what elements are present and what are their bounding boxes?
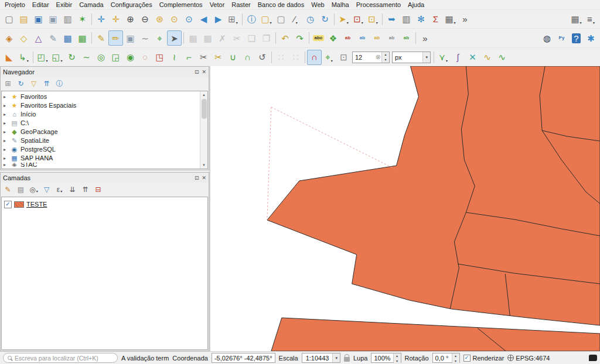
browser-properties-button[interactable]: ⓘ	[53, 78, 66, 90]
new-virtual-box-button[interactable]: ◇	[16, 30, 31, 46]
spinner-arrows[interactable]: ▴▾	[393, 353, 401, 362]
snapping-tolerance-clear-icon[interactable]: ⊗	[376, 53, 381, 61]
self-snapping-button[interactable]: ⊡	[336, 50, 351, 65]
browser-item-c[interactable]: ▸▤C:\	[2, 119, 200, 128]
collapse-all-button[interactable]: ⇈	[79, 184, 91, 195]
python-console-button[interactable]: Py	[554, 30, 569, 46]
pin-labels-button[interactable]: ab	[340, 30, 355, 46]
construction-tools-button[interactable]: ↳▾	[16, 50, 31, 65]
open-project-button[interactable]: ▤	[16, 12, 31, 27]
processing-toolbox-button[interactable]: ✱	[584, 30, 598, 46]
pan-to-selection-button[interactable]: ✛	[108, 12, 123, 27]
menu-processamento[interactable]: Processamento	[353, 1, 404, 9]
deselect-features-button[interactable]: ▢	[274, 12, 288, 27]
style-manager-button[interactable]: ✶	[75, 12, 90, 27]
spinner-arrows[interactable]: ▴▾	[452, 353, 459, 362]
browser-item-stac[interactable]: ▸◈STAC	[2, 163, 200, 167]
new-print-layout-button[interactable]: ▥	[60, 12, 75, 27]
messages-icon[interactable]	[589, 355, 597, 361]
split-parts-button[interactable]: ✂	[196, 50, 211, 65]
osm-place-search-button[interactable]: ◍	[540, 30, 554, 46]
enable-tracing-button[interactable]: ⋎▾	[436, 50, 451, 65]
rotation-spinner[interactable]: 0,0 ° ▴▾	[432, 353, 460, 363]
menu-malha[interactable]: Malha	[328, 1, 353, 9]
new-geopackage-button[interactable]: ◈	[2, 30, 16, 46]
fill-ring-button[interactable]: ◉	[123, 50, 138, 65]
save-project-as-button[interactable]: ▣	[46, 12, 60, 27]
layer-item-teste[interactable]: ✓TESTE	[2, 199, 207, 210]
expander-icon[interactable]: ▸	[4, 101, 10, 110]
expander-icon[interactable]: ▸	[4, 119, 10, 128]
zoom-next-button[interactable]: ▶	[211, 12, 226, 27]
add-ring-button[interactable]: ◎	[94, 50, 108, 65]
zoom-out-button[interactable]: ⊖	[138, 12, 152, 27]
reshape-features-button[interactable]: ⌐	[182, 50, 196, 65]
open-layer-styling-button[interactable]: ✎	[2, 184, 14, 195]
coordinate-label[interactable]: Coordenada	[172, 355, 208, 362]
menu-complementos[interactable]: Complementos	[156, 1, 206, 9]
scroll-thumb[interactable]	[202, 99, 207, 119]
options-blue-button[interactable]: ✻	[414, 12, 428, 27]
render-checkbox[interactable]: ✓ Renderizar	[463, 355, 504, 362]
metasearch-button[interactable]: ➥	[384, 12, 399, 27]
locator-search-input[interactable]: Escreva para localizar (Ctrl+K)	[3, 353, 118, 363]
layers-float-button[interactable]: ⊡	[195, 175, 199, 181]
browser-item-favoritos[interactable]: ▸★Favoritos	[2, 92, 200, 101]
save-project-button[interactable]: ▣	[31, 12, 46, 27]
menu-ajuda[interactable]: Ajuda	[404, 1, 428, 9]
menu-banco-de-dados[interactable]: Banco de dados	[254, 1, 308, 9]
split-features-button[interactable]: ✂	[211, 50, 226, 65]
pan-map-button[interactable]: ✛	[94, 12, 108, 27]
menu-camada[interactable]: Camada	[76, 1, 107, 9]
expander-icon[interactable]: ▸	[4, 145, 10, 154]
layer-labeling-options-button[interactable]: abc	[311, 30, 326, 46]
menu-projeto[interactable]: Projeto	[1, 1, 29, 9]
move-feature-button[interactable]: ◰▾	[35, 50, 50, 65]
processing-history-button[interactable]: ▥	[399, 12, 414, 27]
browser-add-layer-button[interactable]: ⊞	[2, 78, 14, 90]
move-label-button[interactable]: ab	[370, 30, 384, 46]
snapping-tolerance-spinner[interactable]: 12⊗▴▾	[352, 51, 390, 63]
expander-icon[interactable]: ▸	[4, 128, 10, 136]
browser-float-button[interactable]: ⊡	[195, 69, 199, 75]
cad-tools-button[interactable]: ◣	[2, 50, 16, 65]
menu-exibir[interactable]: Exibir	[53, 1, 76, 9]
snapping-units-combo[interactable]: px▾	[392, 51, 431, 63]
layer-diagram-options-button[interactable]: ❖	[326, 30, 340, 46]
rotate-feature-button[interactable]: ↻	[64, 50, 79, 65]
expander-icon[interactable]: ▸	[4, 154, 10, 163]
scroll-up-icon[interactable]: ▲	[202, 91, 206, 98]
statistics-button[interactable]: Σ	[428, 12, 443, 27]
copy-and-move-feature-button[interactable]: ◱▾	[50, 50, 64, 65]
toggle-editing-button[interactable]: ✎	[94, 30, 108, 46]
filter-legend-button[interactable]: ▽	[40, 184, 53, 195]
offset-curve-button[interactable]: ≀	[167, 50, 182, 65]
add-part-button[interactable]: ◲	[108, 50, 123, 65]
data-source-manager-button[interactable]: ▦▾	[569, 12, 584, 27]
add-polygon-feature-button[interactable]: ✏	[108, 30, 123, 46]
browser-item-sap-hana[interactable]: ▸▦SAP HANA	[2, 154, 200, 163]
zoom-to-selection-button[interactable]: ⊙	[167, 12, 182, 27]
vertex-tool-current-layer-button[interactable]: ⌖	[152, 30, 167, 46]
rotate-point-symbols-button[interactable]: ↺	[255, 50, 270, 65]
snapping-mode-button[interactable]: ⌖▾	[322, 50, 336, 65]
bottom-parcel-polygon[interactable]	[271, 318, 600, 351]
panels-menu-button[interactable]: ≡▾	[584, 12, 598, 27]
enable-snapping-button[interactable]: ∩	[307, 50, 322, 65]
zoom-last-button[interactable]: ◀	[196, 12, 211, 27]
redo-button[interactable]: ↷	[292, 30, 307, 46]
menu-web[interactable]: Web	[308, 1, 328, 9]
vertex-tool-all-layers-button[interactable]: ➤	[167, 30, 182, 46]
new-virtual-layer-button[interactable]: ⊡▾	[351, 12, 366, 27]
change-label-button[interactable]: ab	[399, 30, 414, 46]
map-canvas[interactable]	[210, 66, 600, 351]
undo-button[interactable]: ↶	[278, 30, 292, 46]
remove-layer-button[interactable]: ⊟	[92, 184, 104, 195]
measure-button[interactable]: ∕▾	[288, 12, 303, 27]
browser-filter-button[interactable]: ▽	[28, 78, 40, 90]
avoid-overlap-button[interactable]: ∿	[495, 50, 509, 65]
browser-close-button[interactable]: ✕	[202, 69, 206, 75]
menu-vetor[interactable]: Vetor	[206, 1, 229, 9]
new-map-view-button[interactable]: ⊞▾	[226, 12, 240, 27]
main-parcel-polygon[interactable]	[267, 66, 600, 325]
